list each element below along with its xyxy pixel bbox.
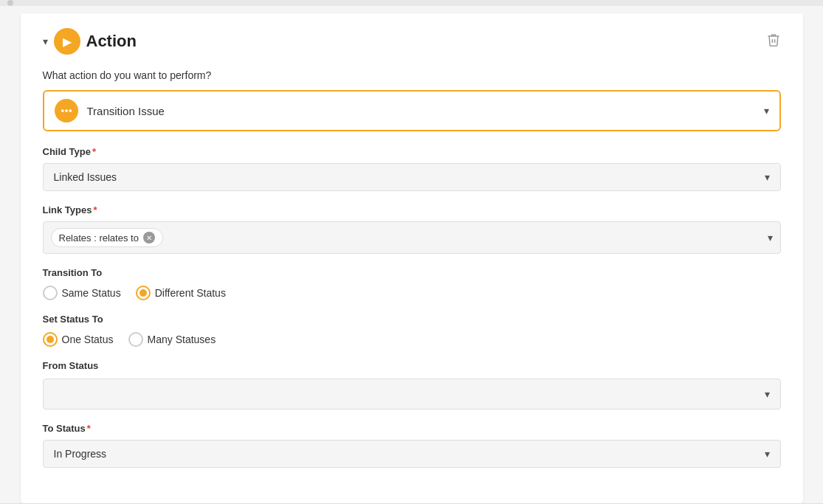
link-type-tag: Relates : relates to ✕ [51, 228, 163, 247]
from-status-label: From Status [43, 360, 781, 371]
many-statuses-label: Many Statuses [148, 334, 216, 345]
action-header-left: ▾ ▶ Action [43, 28, 137, 55]
different-status-label: Different Status [155, 287, 226, 299]
many-statuses-radio[interactable]: Many Statuses [128, 332, 216, 347]
many-statuses-radio-outer [128, 332, 143, 347]
action-card: ▾ ▶ Action What action do you want to pe… [21, 13, 803, 503]
different-status-radio-outer [136, 286, 151, 300]
different-status-radio[interactable]: Different Status [136, 286, 226, 300]
one-status-label: One Status [62, 334, 114, 345]
link-types-arrow-icon: ▾ [768, 232, 773, 244]
play-icon: ▶ [54, 28, 80, 55]
link-types-dropdown[interactable]: Relates : relates to ✕ ▾ [43, 221, 781, 254]
transition-dropdown-arrow-icon: ▾ [764, 105, 769, 117]
child-type-dropdown[interactable]: Linked Issues ▾ [43, 163, 781, 191]
same-status-label: Same Status [62, 287, 121, 299]
same-status-radio[interactable]: Same Status [43, 286, 121, 300]
action-title: Action [86, 32, 137, 51]
delete-icon[interactable] [766, 32, 781, 51]
play-triangle-icon: ▶ [63, 35, 72, 49]
transition-to-radio-group: Same Status Different Status [43, 286, 781, 300]
to-status-required-star: * [87, 423, 91, 434]
svg-point-0 [65, 109, 68, 112]
one-status-radio-outer [43, 332, 58, 347]
from-status-arrow-icon: ▾ [765, 388, 770, 400]
to-status-dropdown[interactable]: In Progress ▾ [43, 440, 781, 468]
to-status-arrow-icon: ▾ [765, 448, 770, 460]
link-types-required-star: * [93, 204, 97, 215]
top-bar-dot [7, 0, 13, 6]
svg-point-2 [69, 109, 72, 112]
transition-issue-dropdown[interactable]: Transition Issue ▾ [43, 90, 781, 131]
child-type-arrow-icon: ▾ [765, 171, 770, 183]
same-status-radio-outer [43, 286, 58, 300]
action-question-label: What action do you want to perform? [43, 69, 781, 81]
one-status-radio-inner [47, 336, 54, 343]
one-status-radio[interactable]: One Status [43, 332, 114, 347]
action-header: ▾ ▶ Action [43, 28, 781, 55]
set-status-to-radio-group: One Status Many Statuses [43, 332, 781, 347]
child-type-value: Linked Issues [54, 171, 117, 183]
transition-icon [55, 99, 78, 122]
main-content: ▾ ▶ Action What action do you want to pe… [0, 6, 823, 503]
collapse-chevron-icon[interactable]: ▾ [43, 35, 48, 47]
to-status-label: To Status* [43, 423, 781, 434]
top-bar [0, 0, 823, 6]
transition-to-label: Transition To [43, 267, 781, 278]
child-type-label: Child Type* [43, 146, 781, 157]
set-status-to-label: Set Status To [43, 314, 781, 325]
svg-point-1 [61, 109, 63, 112]
child-type-required-star: * [92, 146, 96, 157]
link-types-label: Link Types* [43, 204, 781, 215]
transition-issue-label: Transition Issue [87, 105, 755, 117]
link-type-tag-text: Relates : relates to [59, 232, 139, 244]
link-type-tag-close-icon[interactable]: ✕ [143, 232, 155, 244]
to-status-value: In Progress [54, 448, 107, 460]
different-status-radio-inner [140, 289, 147, 297]
from-status-dropdown[interactable]: ▾ [43, 379, 781, 410]
